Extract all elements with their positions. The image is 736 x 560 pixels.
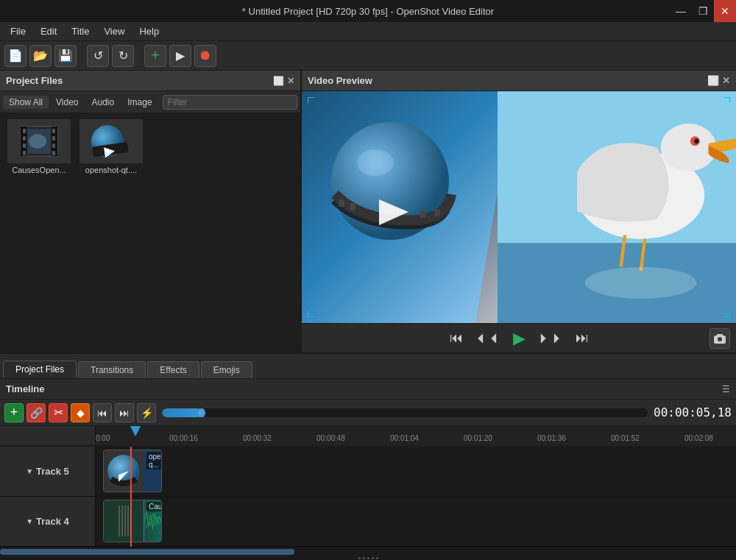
tab-project-files[interactable]: Project Files: [3, 361, 77, 378]
playhead-circle[interactable]: [197, 408, 205, 417]
tab-show-all[interactable]: Show All: [3, 96, 49, 109]
jump-end-button[interactable]: ⏭: [115, 403, 134, 422]
clip-openshot-label: openshot-q...: [146, 452, 162, 469]
menu-help[interactable]: Help: [132, 24, 166, 38]
project-files-header: Project Files ⬜ ✕: [0, 71, 300, 91]
center-on-playhead-button[interactable]: ⚡: [137, 403, 156, 422]
svg-rect-5: [23, 143, 26, 148]
svg-rect-28: [350, 203, 355, 210]
timeline-scrollbar[interactable]: [0, 547, 736, 556]
menu-bar: File Edit Title View Help: [0, 22, 736, 41]
svg-rect-9: [52, 143, 55, 148]
handle-top-left[interactable]: [308, 97, 314, 103]
svg-rect-8: [52, 136, 55, 141]
tab-image[interactable]: Image: [121, 96, 158, 109]
track-5-content: openshot-q...: [96, 447, 736, 496]
svg-point-19: [660, 124, 716, 171]
track-4-collapse-icon[interactable]: ▼: [26, 517, 33, 525]
menu-edit[interactable]: Edit: [33, 24, 64, 38]
camera-button[interactable]: [710, 328, 730, 349]
split-clip-button[interactable]: ✂: [49, 403, 68, 422]
ruler-track: 0:00 00:00:16 00:00:32 00:00:48 00:01:04…: [96, 426, 736, 444]
timeline-options-icon[interactable]: ☰: [722, 384, 730, 394]
new-button[interactable]: 📄: [4, 45, 26, 67]
video-controls: ⏮ ⏴⏴ ▶ ⏵⏵ ⏭: [302, 323, 736, 352]
playhead-triangle: [130, 426, 141, 436]
video-preview-panel: Video Preview ⬜ ✕: [302, 71, 736, 352]
svg-point-21: [694, 138, 698, 143]
window-controls: — ❐ ✕: [670, 0, 736, 22]
open-button[interactable]: 📂: [29, 45, 52, 67]
tab-transitions[interactable]: Transitions: [78, 361, 146, 378]
filter-input[interactable]: [163, 95, 297, 110]
track-5-label: Track 5: [36, 466, 69, 477]
svg-point-26: [357, 149, 394, 176]
project-files-panel: Project Files ⬜ ✕ Show All Video Audio I…: [0, 71, 302, 352]
restore-button[interactable]: ❐: [692, 0, 714, 22]
timeline-progress[interactable]: [162, 408, 648, 417]
vp-expand-icon[interactable]: ⬜: [707, 75, 719, 86]
add-clip-button[interactable]: +: [144, 45, 166, 67]
file-thumb-openshot: [79, 119, 143, 163]
pf-header-controls: ⬜ ✕: [273, 76, 294, 86]
menu-title[interactable]: Title: [64, 24, 96, 38]
close-button[interactable]: ✕: [714, 0, 736, 22]
scroll-thumb[interactable]: [0, 549, 294, 555]
preview-button[interactable]: ▶: [169, 45, 191, 67]
main-layout: Project Files ⬜ ✕ Show All Video Audio I…: [0, 71, 736, 560]
file-item-openshot[interactable]: openshot-qt....: [78, 119, 144, 174]
window-title: * Untitled Project [HD 720p 30 fps] - Op…: [242, 6, 494, 17]
project-files-content: CausesOpen...: [0, 113, 300, 352]
svg-rect-6: [23, 151, 26, 155]
tab-audio[interactable]: Audio: [86, 96, 121, 109]
jump-start-button[interactable]: ⏮: [93, 403, 112, 422]
add-track-button[interactable]: +: [4, 403, 24, 422]
clip-thumb-openshot: [104, 450, 144, 492]
timeline-header: Timeline ☰: [0, 379, 736, 400]
resize-handle[interactable]: [0, 556, 736, 560]
pf-close-icon[interactable]: ✕: [287, 76, 294, 86]
file-item-causes[interactable]: CausesOpen...: [6, 119, 72, 174]
skip-start-button[interactable]: ⏮: [447, 329, 466, 347]
menu-file[interactable]: File: [3, 24, 33, 38]
add-marker-button[interactable]: ◆: [71, 403, 90, 422]
preview-background: [302, 91, 736, 323]
menu-view[interactable]: View: [96, 24, 132, 38]
handle-bottom-left[interactable]: [308, 311, 314, 317]
undo-button[interactable]: ↺: [87, 45, 109, 67]
ruler-label-16: 00:00:16: [169, 434, 198, 442]
svg-rect-3: [23, 129, 26, 133]
pf-tabs: Show All Video Audio Image: [0, 91, 300, 113]
ruler-label-136: 00:01:36: [537, 434, 566, 442]
record-button[interactable]: ⏺: [194, 45, 216, 67]
ruler-label-152: 00:01:52: [611, 434, 640, 442]
fast-forward-button[interactable]: ⏵⏵: [534, 329, 567, 347]
ruler-label-48: 00:00:48: [316, 434, 345, 442]
timeline-toolbar: + 🔗 ✂ ◆ ⏮ ⏭ ⚡ 00:00:05,18: [0, 400, 736, 426]
track-4-header: ▼ Track 4: [0, 497, 96, 546]
tab-effects[interactable]: Effects: [147, 361, 199, 378]
skip-end-button[interactable]: ⏭: [573, 329, 592, 347]
play-button[interactable]: ▶: [510, 327, 528, 350]
vp-close-icon[interactable]: ✕: [722, 75, 730, 86]
project-files-title: Project Files: [6, 75, 63, 86]
redo-button[interactable]: ↻: [112, 45, 134, 67]
track-5-collapse-icon[interactable]: ▼: [26, 467, 33, 475]
timeline-content: ▼ Track 5: [0, 447, 736, 547]
tab-video[interactable]: Video: [50, 96, 84, 109]
minimize-button[interactable]: —: [670, 0, 692, 22]
handle-bottom-right[interactable]: [724, 311, 730, 317]
svg-rect-27: [339, 199, 344, 207]
handle-top-right[interactable]: [724, 97, 730, 103]
pf-expand-icon[interactable]: ⬜: [273, 76, 284, 86]
tab-emojis[interactable]: Emojis: [201, 361, 252, 378]
clip-openshot[interactable]: openshot-q...: [103, 450, 162, 492]
remove-clip-button[interactable]: 🔗: [26, 403, 46, 422]
bottom-tab-bar: Project Files Transitions Effects Emojis: [0, 354, 736, 379]
timeline-ruler: 0:00 00:00:16 00:00:32 00:00:48 00:01:04…: [0, 426, 736, 447]
clip-causes[interactable]: CausesOpe...: [103, 500, 162, 542]
top-panels: Project Files ⬜ ✕ Show All Video Audio I…: [0, 71, 736, 354]
save-button[interactable]: 💾: [54, 45, 77, 67]
rewind-button[interactable]: ⏴⏴: [472, 329, 504, 347]
timeline-section: Timeline ☰ + 🔗 ✂ ◆ ⏮ ⏭ ⚡ 00:00:05,18: [0, 379, 736, 560]
